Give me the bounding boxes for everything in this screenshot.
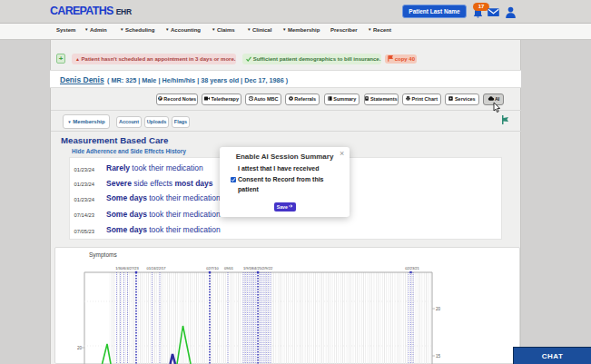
svg-text:01/24/22/17: 01/24/22/17 [146,266,166,271]
svg-text:09/01: 09/01 [224,266,234,271]
svg-text:20: 20 [77,346,83,350]
svg-text:1/30/6/4/27/23: 1/30/6/4/27/23 [115,266,139,271]
svg-text:1/9/18/4/25/2/9/22: 1/9/18/4/25/2/9/22 [243,266,273,271]
svg-text:02/23/21: 02/23/21 [405,266,419,271]
svg-text:15: 15 [436,354,441,359]
svg-text:20: 20 [436,307,441,311]
svg-text:02/7/10: 02/7/10 [206,266,219,271]
